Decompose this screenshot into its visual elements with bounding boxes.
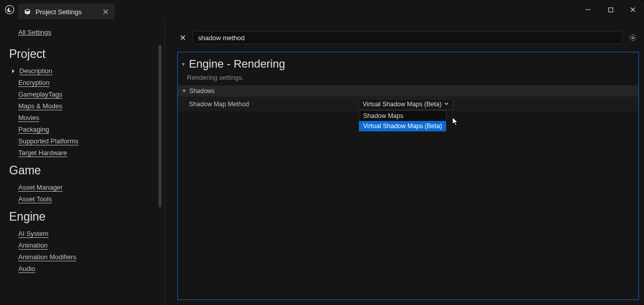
tab-project-settings[interactable]: Project Settings	[18, 4, 115, 20]
sidebar-fade	[0, 295, 165, 305]
caret-down-icon: ▼	[182, 88, 186, 94]
sidebar-item-supported-platforms[interactable]: Supported Platforms	[7, 135, 165, 147]
caret-right-icon	[10, 69, 16, 73]
sidebar-item-asset-tools[interactable]: Asset Tools	[7, 193, 165, 205]
dropdown-option-virtual-shadow-maps[interactable]: Virtual Shadow Maps (Beta)	[359, 121, 446, 131]
close-icon[interactable]	[102, 8, 110, 16]
sidebar-section-game: Game	[9, 164, 165, 177]
sidebar-item-movies[interactable]: Movies	[7, 112, 165, 124]
tab-title: Project Settings	[36, 8, 98, 16]
search-row	[177, 27, 639, 48]
gear-icon[interactable]	[627, 32, 639, 44]
settings-cube-icon	[23, 8, 31, 16]
all-settings-link[interactable]: All Settings	[18, 28, 51, 36]
property-row-shadow-map-method: Shadow Map Method Virtual Shadow Maps (B…	[178, 97, 638, 112]
unreal-logo-icon	[4, 4, 15, 15]
close-window-button[interactable]	[622, 2, 644, 17]
sidebar-section-project: Project	[9, 47, 165, 61]
search-input[interactable]	[192, 31, 623, 44]
window-controls	[577, 2, 644, 17]
svg-point-0	[6, 6, 14, 14]
sidebar-item-packaging[interactable]: Packaging	[7, 124, 165, 135]
section-description: Rendering settings.	[178, 72, 638, 85]
property-label: Shadow Map Method	[178, 101, 358, 108]
sidebar-item-ai-system[interactable]: AI System	[7, 228, 165, 239]
group-header-shadows[interactable]: ▼ Shadows	[178, 85, 638, 97]
minimize-button[interactable]	[577, 2, 599, 17]
chevron-down-icon	[443, 101, 449, 108]
sidebar-item-encryption[interactable]: Encryption	[7, 77, 165, 88]
sidebar-item-target-hardware[interactable]: Target Hardware	[7, 147, 165, 159]
maximize-button[interactable]	[599, 2, 622, 17]
sidebar-section-engine: Engine	[9, 210, 165, 224]
content-panel: ▼ Engine - Rendering Rendering settings.…	[177, 52, 639, 300]
dropdown-menu: Shadow Maps Virtual Shadow Maps (Beta)	[359, 110, 446, 132]
project-settings-window: Project Settings All Settings Project	[0, 0, 644, 305]
section-title: Engine - Rendering	[189, 57, 285, 71]
sidebar-item-gameplaytags[interactable]: GameplayTags	[7, 88, 165, 100]
titlebar: Project Settings	[0, 0, 644, 19]
svg-point-2	[632, 37, 634, 39]
sidebar-item-audio[interactable]: Audio	[7, 263, 165, 274]
clear-search-icon[interactable]	[177, 32, 188, 43]
property-value: Virtual Shadow Maps (Beta) Shadow Maps V…	[358, 99, 638, 110]
section-header[interactable]: ▼ Engine - Rendering	[178, 52, 638, 72]
caret-down-icon: ▼	[181, 62, 186, 67]
dropdown-selected: Virtual Shadow Maps (Beta)	[363, 101, 441, 108]
svg-rect-1	[608, 8, 613, 12]
scrollbar-thumb[interactable]	[158, 45, 162, 207]
body: All Settings Project Description Encrypt…	[0, 19, 644, 305]
main-panel: ▼ Engine - Rendering Rendering settings.…	[165, 19, 644, 305]
sidebar-item-animation-modifiers[interactable]: Animation Modifiers	[7, 251, 165, 263]
sidebar-scrollbar[interactable]	[158, 45, 162, 218]
sidebar-item-animation[interactable]: Animation	[7, 239, 165, 251]
sidebar-item-description[interactable]: Description	[7, 65, 165, 77]
group-label: Shadows	[189, 87, 214, 95]
shadow-map-method-dropdown[interactable]: Virtual Shadow Maps (Beta) Shadow Maps V…	[358, 99, 453, 110]
sidebar-item-asset-manager[interactable]: Asset Manager	[7, 181, 165, 193]
dropdown-option-shadow-maps[interactable]: Shadow Maps	[359, 111, 446, 121]
sidebar: All Settings Project Description Encrypt…	[0, 19, 165, 305]
sidebar-item-maps-modes[interactable]: Maps & Modes	[7, 100, 165, 112]
